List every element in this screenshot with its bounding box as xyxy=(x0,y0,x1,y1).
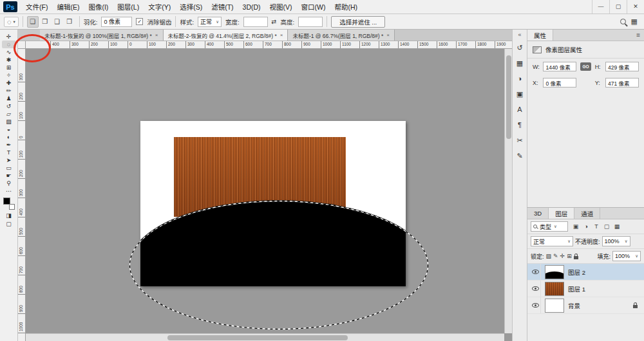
layer-filter-select[interactable]: 类型 ∨ xyxy=(531,221,568,232)
panel-menu-icon[interactable]: ≡ xyxy=(632,30,644,41)
libraries-panel-icon[interactable]: ▣ xyxy=(514,88,526,100)
document-tab[interactable]: 未标题-1-恢复的 @ 100%(图层 1, RGB/8#) * × xyxy=(40,30,164,41)
lock-paint-icon[interactable]: ✎ xyxy=(553,253,558,259)
tab-close-icon[interactable]: × xyxy=(280,32,283,38)
hand-tool[interactable]: ☛ xyxy=(2,172,16,180)
menu-item[interactable]: 3D(D) xyxy=(238,0,265,14)
eraser-tool[interactable]: ▱ xyxy=(2,110,16,118)
style-select[interactable]: 正常 ∨ xyxy=(198,17,222,27)
tab-close-icon[interactable]: × xyxy=(386,32,390,38)
background-color-swatch[interactable] xyxy=(9,204,15,210)
layer-row-background[interactable]: 背景 xyxy=(527,297,644,314)
menu-item[interactable]: 文字(Y) xyxy=(144,0,175,14)
horizontal-scrollbar[interactable] xyxy=(26,333,504,341)
layer-width-input[interactable]: 1440 像素 xyxy=(543,62,576,71)
layer-thumbnail[interactable] xyxy=(545,299,564,313)
feather-input[interactable]: 0 像素 xyxy=(101,17,132,27)
crop-tool[interactable]: ⊞ xyxy=(2,64,16,71)
history-panel-icon[interactable]: ↺ xyxy=(514,42,526,53)
menu-item[interactable]: 编辑(E) xyxy=(52,0,84,14)
layer-thumbnail[interactable] xyxy=(545,265,564,279)
expand-panels-icon[interactable]: « xyxy=(518,32,521,38)
width-input[interactable] xyxy=(243,17,268,27)
dodge-tool[interactable]: ◐ xyxy=(2,133,16,141)
intersect-selection-icon[interactable]: ❒ xyxy=(64,16,75,28)
layer-name[interactable]: 背景 xyxy=(568,301,580,310)
menu-item[interactable]: 文件(F) xyxy=(21,0,52,14)
quick-selection-tool[interactable]: ✱ xyxy=(2,56,16,64)
antialias-checkbox[interactable]: ✓ xyxy=(136,18,143,25)
pen-tool[interactable]: ✒ xyxy=(2,141,16,149)
lock-artboard-icon[interactable]: ⊞ xyxy=(567,253,572,259)
add-selection-icon[interactable]: ❐ xyxy=(39,16,51,28)
document-tab[interactable]: 未标题-1 @ 66.7%(图层 1, RGB/8#) * × xyxy=(288,30,395,41)
close-button[interactable]: ✕ xyxy=(627,0,644,14)
brush-tool[interactable]: ✏ xyxy=(2,87,16,95)
filter-pixel-icon[interactable]: ▣ xyxy=(571,222,580,231)
clone-source-panel-icon[interactable]: ✂ xyxy=(514,134,526,146)
filter-shape-icon[interactable]: ▢ xyxy=(602,222,611,231)
layers-panel-tab[interactable]: 图层 xyxy=(549,208,574,219)
filter-adjustment-icon[interactable]: ◑ xyxy=(582,222,591,231)
filter-smart-icon[interactable]: ▦ xyxy=(612,222,621,231)
layer-x-input[interactable]: 0 像素 xyxy=(543,78,576,88)
horizontal-scrollbar-thumb[interactable] xyxy=(167,335,348,340)
zoom-tool[interactable]: ⚲ xyxy=(2,180,16,187)
layers-panel-tab[interactable]: 通道 xyxy=(574,208,600,219)
menu-item[interactable]: 图层(L) xyxy=(113,0,144,14)
layer-y-input[interactable]: 471 像素 xyxy=(605,78,639,88)
shape-tool[interactable]: ▭ xyxy=(2,164,16,172)
lock-all-icon[interactable] xyxy=(574,256,578,259)
layer-name[interactable]: 图层 1 xyxy=(568,284,585,293)
character-panel-icon[interactable]: A xyxy=(514,104,526,115)
link-dimensions-icon[interactable]: GO xyxy=(580,62,591,71)
move-tool[interactable]: ✛ xyxy=(2,33,16,41)
menu-item[interactable]: 窗口(W) xyxy=(297,0,330,14)
layer-row-layer2[interactable]: 图层 2 xyxy=(527,264,644,281)
menu-item[interactable]: 选择(S) xyxy=(175,0,207,14)
workspace-switcher-icon[interactable]: ▦ xyxy=(631,17,638,26)
blend-mode-select[interactable]: 正常 ∨ xyxy=(531,236,573,246)
path-selection-tool[interactable]: ➤ xyxy=(2,156,16,164)
search-icon[interactable] xyxy=(620,19,626,24)
tab-properties[interactable]: 属性 xyxy=(527,30,553,41)
new-selection-icon[interactable]: ❏ xyxy=(27,16,39,28)
gradient-tool[interactable]: ▨ xyxy=(2,118,16,125)
foreground-color-swatch[interactable] xyxy=(3,198,10,205)
quick-mask-mode-icon[interactable]: ◨ xyxy=(2,211,16,219)
layer-height-input[interactable]: 429 像素 xyxy=(605,62,639,71)
fill-input[interactable]: 100% ∨ xyxy=(612,251,641,261)
document-tab[interactable]: 未标题-2-恢复的 @ 41.4%(图层 2, RGB/8#) * × xyxy=(164,30,289,41)
canvas-pasteboard[interactable] xyxy=(26,49,504,333)
visibility-toggle[interactable] xyxy=(530,264,541,280)
visibility-toggle[interactable] xyxy=(530,297,541,313)
layer-name[interactable]: 图层 2 xyxy=(568,268,585,277)
layer-row-layer1[interactable]: 图层 1 xyxy=(527,281,644,297)
filter-type-icon[interactable]: T xyxy=(592,222,601,231)
maximize-button[interactable]: ▢ xyxy=(609,0,627,14)
adjustments-panel-icon[interactable]: ◑ xyxy=(514,73,526,84)
healing-brush-tool[interactable]: ✚ xyxy=(2,79,16,87)
opacity-input[interactable]: 100% ∨ xyxy=(602,236,630,246)
minimize-button[interactable]: — xyxy=(592,0,609,14)
visibility-toggle[interactable] xyxy=(530,281,541,297)
history-brush-tool[interactable]: ↺ xyxy=(2,102,16,110)
tab-close-icon[interactable]: × xyxy=(155,32,158,38)
layer-thumbnail[interactable] xyxy=(545,282,564,296)
clone-stamp-tool[interactable]: ♟ xyxy=(2,95,16,102)
menu-item[interactable]: 图像(I) xyxy=(84,0,113,14)
menu-item[interactable]: 帮助(H) xyxy=(330,0,363,14)
vertical-scrollbar-thumb[interactable] xyxy=(506,55,511,139)
height-input[interactable] xyxy=(298,17,323,27)
screen-mode-icon[interactable]: ▢ xyxy=(2,219,16,228)
menu-item[interactable]: 视图(V) xyxy=(265,0,297,14)
select-and-mask-button[interactable]: 选择并遮住 ... xyxy=(331,16,385,28)
edit-toolbar-icon[interactable]: ⋯ xyxy=(2,187,16,195)
lock-transparency-icon[interactable]: ▨ xyxy=(546,253,552,259)
subtract-selection-icon[interactable]: ❑ xyxy=(52,16,63,28)
eyedropper-tool[interactable]: ✧ xyxy=(2,71,16,79)
lock-move-icon[interactable]: ✛ xyxy=(560,253,565,259)
type-tool[interactable]: T xyxy=(2,149,16,156)
blur-tool[interactable]: ◒ xyxy=(2,125,16,133)
brush-settings-panel-icon[interactable]: ✎ xyxy=(514,150,526,161)
